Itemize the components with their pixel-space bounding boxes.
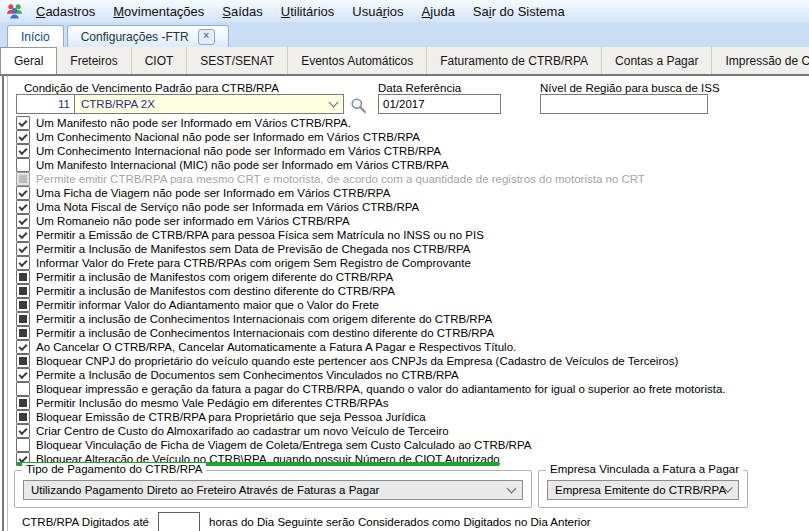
checkbox[interactable]	[16, 242, 30, 256]
tab-inicio-label: Início	[21, 30, 50, 44]
checkbox-label: Bloquear CNPJ do proprietário do veículo…	[36, 355, 678, 367]
payment-type-value: Utilizando Pagamento Direto ao Freteiro …	[31, 484, 379, 496]
tab-freteiros[interactable]: Freteiros	[57, 47, 131, 74]
checkbox-row: Permite emitir CTRB/RPA para mesmo CRT e…	[16, 172, 807, 186]
digit-rule-row: CTRB/RPA Digitados até horas do Dia Segu…	[22, 512, 591, 531]
checkbox	[16, 172, 30, 186]
search-icon[interactable]	[348, 95, 368, 115]
checkbox-label: Ao Cancelar O CTRB/RPA, Cancelar Automat…	[36, 341, 516, 353]
checkbox-row: Bloquear Emissão de CTRB/RPA para Propri…	[16, 410, 807, 424]
condition-combobox[interactable]: CTRB/RPA 2X	[74, 94, 344, 114]
checkbox-row: Permitir Inclusão do mesmo Vale Pedágio …	[16, 396, 807, 410]
checkbox[interactable]	[16, 396, 30, 410]
payment-type-dropdown[interactable]: Utilizando Pagamento Direto ao Freteiro …	[23, 480, 523, 500]
checkbox-row: Bloquear CNPJ do proprietário do veículo…	[16, 354, 807, 368]
digit-rule-suffix: horas do Dia Seguinte serão Considerados…	[209, 516, 591, 528]
company-groupbox: Empresa Vinculada a Fatura a Pagar Empre…	[538, 470, 748, 508]
checkbox[interactable]	[16, 382, 30, 396]
checkbox[interactable]	[16, 158, 30, 172]
checkbox-row: Um Manifesto não pode ser Informado em V…	[16, 116, 807, 130]
checkbox-row: Permitir a inclusão de Manifestos com or…	[16, 270, 807, 284]
checkbox[interactable]	[16, 340, 30, 354]
chevron-down-icon	[507, 484, 517, 494]
checkbox[interactable]	[16, 326, 30, 340]
checkbox[interactable]	[16, 228, 30, 242]
checkbox-row: Permitir informar Valor do Adiantamento …	[16, 298, 807, 312]
checkbox[interactable]	[16, 200, 30, 214]
tab-sest-senat[interactable]: SEST/SENAT	[187, 47, 288, 74]
checkbox[interactable]	[16, 214, 30, 228]
checkbox[interactable]	[16, 116, 30, 130]
region-label: Nível de Região para busca de ISS	[540, 82, 720, 94]
close-tab-icon[interactable]: ×	[198, 29, 215, 45]
checkbox-label: Permitir Inclusão do mesmo Vale Pedágio …	[36, 397, 388, 409]
checkbox-row: Permitir a Inclusão de Manifestos sem Da…	[16, 242, 807, 256]
tab-faturamento-de-ctrb-rpa[interactable]: Faturamento de CTRB/RPA	[427, 47, 602, 74]
checkbox-label: Um Manifesto não pode ser Informado em V…	[36, 117, 351, 129]
panel-left-border-inner	[7, 76, 8, 531]
menu-item-sair-do-sistema[interactable]: Sair do Sistema	[464, 1, 574, 22]
checkbox-row: Bloquear impressão e geração da fatura a…	[16, 382, 807, 396]
menu-items: CadastrosMovimentaçõesSaídasUtilitáriosU…	[27, 0, 574, 22]
app-logo-icon	[6, 3, 23, 19]
options-checkbox-list: Um Manifesto não pode ser Informado em V…	[16, 116, 807, 466]
checkbox-label: Permite a Inclusão de Documentos sem Con…	[36, 369, 459, 381]
checkbox-label: Bloquear Vinculação de Ficha de Viagem d…	[36, 439, 531, 451]
checkbox-label: Uma Ficha de Viagem não pode ser Informa…	[36, 187, 390, 199]
tab-ciot[interactable]: CIOT	[132, 47, 188, 74]
condition-code-input[interactable]	[16, 94, 75, 114]
checkbox[interactable]	[16, 186, 30, 200]
hours-input[interactable]	[158, 512, 200, 531]
checkbox-label: Bloquear impressão e geração da fatura a…	[36, 383, 726, 395]
tab-geral[interactable]: Geral	[0, 47, 57, 74]
checkbox[interactable]	[16, 424, 30, 438]
checkbox[interactable]	[16, 270, 30, 284]
checkbox-label: Uma Nota Fiscal de Serviço não pode ser …	[36, 201, 419, 213]
checkbox-label: Um Romaneio não pode ser informado em Vá…	[36, 215, 350, 227]
checkbox-label: Informar Valor do Frete para CTRB/RPAs c…	[36, 257, 471, 269]
checkbox[interactable]	[16, 256, 30, 270]
condition-combobox-value: CTRB/RPA 2X	[81, 98, 155, 110]
digit-rule-prefix: CTRB/RPA Digitados até	[22, 516, 149, 528]
checkbox-label: Um Conhecimento Internacional não pode s…	[36, 145, 441, 157]
menu-item-movimentacoes[interactable]: Movimentações	[104, 1, 213, 22]
checkbox[interactable]	[16, 284, 30, 298]
menu-item-ajuda[interactable]: Ajuda	[413, 1, 464, 22]
checkbox-row: Uma Nota Fiscal de Serviço não pode ser …	[16, 200, 807, 214]
checkbox[interactable]	[16, 368, 30, 382]
region-input[interactable]	[540, 94, 708, 114]
menu-item-utilitarios[interactable]: Utilitários	[272, 1, 343, 22]
menu-item-saidas[interactable]: Saídas	[213, 1, 271, 22]
checkbox[interactable]	[16, 410, 30, 424]
company-dropdown[interactable]: Empresa Emitente do CTRB/RPA	[547, 480, 739, 500]
payment-type-label: Tipo de Pagamento do CTRB/RPA	[22, 463, 206, 475]
checkbox[interactable]	[16, 438, 30, 452]
company-value: Empresa Emitente do CTRB/RPA	[555, 484, 726, 496]
checkbox[interactable]	[16, 354, 30, 368]
tab-contas-a-pagar[interactable]: Contas a Pagar	[602, 47, 712, 74]
checkbox[interactable]	[16, 144, 30, 158]
checkbox[interactable]	[16, 130, 30, 144]
tab-configuracoes-label: Configurações -FTR	[81, 30, 189, 44]
company-label: Empresa Vinculada a Fatura a Pagar	[546, 463, 743, 475]
checkbox-label: Permite emitir CTRB/RPA para mesmo CRT e…	[36, 173, 645, 185]
app-window: CadastrosMovimentaçõesSaídasUtilitáriosU…	[0, 0, 809, 531]
tab-configuracoes-ftr[interactable]: Configurações -FTR ×	[67, 25, 229, 47]
checkbox-row: Bloquear Vinculação de Ficha de Viagem d…	[16, 438, 807, 452]
condition-label: Condição de Vencimento Padrão para CTRB/…	[24, 82, 279, 94]
tab-eventos-automaticos[interactable]: Eventos Automáticos	[288, 47, 427, 74]
checkbox-label: Permitir a Emissão de CTRB/RPA para pess…	[36, 229, 484, 241]
checkbox-row: Permitir a inclusão de Conhecimentos Int…	[16, 326, 807, 340]
menu-item-cadastros[interactable]: Cadastros	[27, 1, 104, 22]
payment-type-groupbox: Tipo de Pagamento do CTRB/RPA Utilizando…	[14, 470, 532, 508]
checkbox[interactable]	[16, 312, 30, 326]
checkbox-row: Permitir a Emissão de CTRB/RPA para pess…	[16, 228, 807, 242]
checkbox[interactable]	[16, 298, 30, 312]
checkbox-label: Permitir a inclusão de Manifestos com or…	[36, 271, 393, 283]
reference-input[interactable]	[378, 94, 501, 114]
menu-item-usuarios[interactable]: Usuários	[343, 1, 412, 22]
tab-impressao-de-ctrb-rpa[interactable]: Impressão de CTRB/RPA	[712, 47, 809, 74]
tab-inicio[interactable]: Início	[7, 25, 64, 47]
checkbox-row: Permite a Inclusão de Documentos sem Con…	[16, 368, 807, 382]
checkbox-label: Um Conhecimento Nacional não pode ser In…	[36, 131, 420, 143]
